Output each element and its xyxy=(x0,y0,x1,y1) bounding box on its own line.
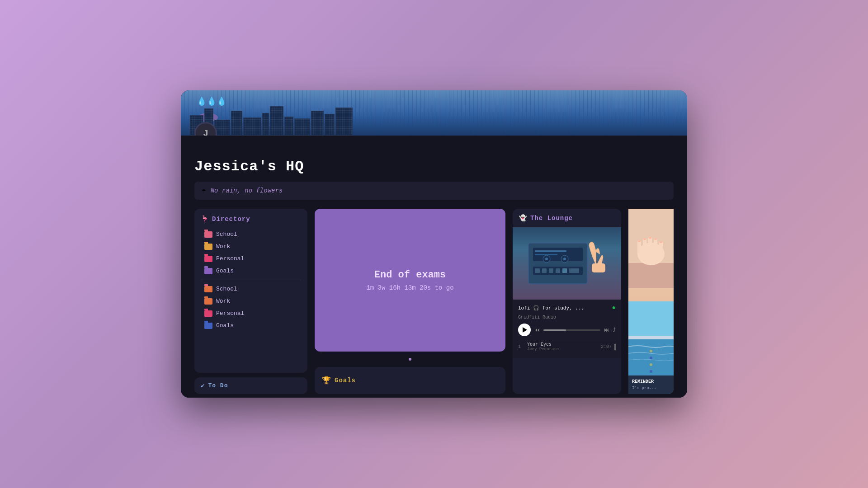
directory-panel: 🦩 Directory School Work Personal xyxy=(194,209,307,373)
directory-flamingo-icon: 🦩 xyxy=(201,215,208,223)
svg-point-27 xyxy=(638,240,641,242)
svg-rect-13 xyxy=(569,268,579,273)
sidebar-item-personal1[interactable]: Personal xyxy=(201,253,301,265)
svg-rect-8 xyxy=(535,268,540,273)
reminder-text: I'm pro... xyxy=(632,386,670,390)
svg-rect-6 xyxy=(535,254,557,255)
progress-bar[interactable] xyxy=(543,329,600,331)
sidebar-item-label-personal2: Personal xyxy=(216,310,244,317)
track-playing-indicator xyxy=(614,344,616,350)
countdown-panel: End of exams 1m 3w 16h 13m 20s to go xyxy=(315,209,505,352)
sidebar-item-school2[interactable]: School xyxy=(201,283,301,295)
pool-scene-art xyxy=(628,301,674,380)
side-image-bottom: REMINDER I'm pro... xyxy=(628,301,674,394)
svg-point-38 xyxy=(650,370,652,373)
lounge-title: The Lounge xyxy=(530,215,573,222)
play-button[interactable] xyxy=(518,324,531,336)
folder-icon-goals2 xyxy=(204,323,212,329)
track-duration: 2:07 xyxy=(601,344,612,349)
svg-rect-5 xyxy=(535,250,566,252)
tagline-text: No rain, no flowers xyxy=(211,187,283,194)
todo-title: To Do xyxy=(208,382,228,389)
music-player-top: lofi 🎧 for study, ... ● xyxy=(518,304,616,311)
sidebar-item-school1[interactable]: School xyxy=(201,228,301,240)
anime-hand-art xyxy=(628,209,674,288)
share-button[interactable]: ⤴ xyxy=(613,327,616,333)
sidebar-item-label-personal1: Personal xyxy=(216,255,244,262)
directory-title: Directory xyxy=(212,216,250,223)
svg-text:💧💧💧: 💧💧💧 xyxy=(197,96,227,106)
svg-rect-20 xyxy=(628,263,674,288)
folder-icon-goals1 xyxy=(204,268,212,274)
folder-icon-work2 xyxy=(204,298,212,305)
svg-rect-26 xyxy=(659,241,663,256)
goals-panel[interactable]: 🏆 Goals xyxy=(315,367,505,394)
svg-rect-22 xyxy=(637,240,641,256)
svg-point-37 xyxy=(650,363,652,366)
spotify-icon: ● xyxy=(612,304,616,311)
svg-point-29 xyxy=(649,237,651,239)
tagline-emoji: ☂️ xyxy=(202,186,206,195)
sidebar-item-personal2[interactable]: Personal xyxy=(201,307,301,319)
folder-icon-personal2 xyxy=(204,310,212,317)
left-column: 🦩 Directory School Work Personal xyxy=(194,209,307,394)
middle-column: End of exams 1m 3w 16h 13m 20s to go 🏆 G… xyxy=(315,209,505,394)
next-button[interactable]: ⏭ xyxy=(604,327,609,333)
goals-title: Goals xyxy=(335,377,356,384)
svg-rect-25 xyxy=(654,238,657,256)
progress-fill xyxy=(543,329,566,331)
folder-icon-work1 xyxy=(204,244,212,250)
sidebar-item-goals1[interactable]: Goals xyxy=(201,265,301,277)
lounge-header: 👻 The Lounge xyxy=(513,209,621,227)
lounge-panel: 👻 The Lounge xyxy=(513,209,621,394)
play-icon xyxy=(523,327,527,333)
right-column: 👻 The Lounge xyxy=(513,209,621,394)
side-image-top xyxy=(628,209,674,301)
sidebar-item-label-work1: Work xyxy=(216,243,230,250)
countdown-title: End of exams xyxy=(374,269,446,281)
svg-rect-34 xyxy=(628,336,674,339)
banner: 💧💧💧 J xyxy=(181,90,687,136)
lounge-image xyxy=(513,227,621,300)
countdown-time: 1m 3w 16h 13m 20s to go xyxy=(366,284,453,291)
svg-rect-11 xyxy=(556,268,560,273)
goals-trophy-icon: 🏆 xyxy=(322,376,331,385)
svg-point-36 xyxy=(650,357,652,359)
track-artist: Joey Pecoraro xyxy=(527,347,601,352)
music-track-title: lofi 🎧 for study, ... xyxy=(518,305,584,311)
tagline-bar: ☂️ No rain, no flowers xyxy=(194,182,674,200)
svg-rect-24 xyxy=(648,237,652,256)
sidebar-item-label-goals1: Goals xyxy=(216,267,234,274)
music-subtitle: Gridfiti Radio xyxy=(518,315,616,320)
svg-rect-9 xyxy=(542,268,547,273)
directory-divider xyxy=(201,280,301,280)
app-window: 💧💧💧 J Jessica's HQ xyxy=(181,90,687,398)
sidebar-item-label-goals2: Goals xyxy=(216,322,234,329)
reminder-overlay: REMINDER I'm pro... xyxy=(628,375,674,394)
content-area: Jessica's HQ ☂️ No rain, no flowers 🦩 Di… xyxy=(181,136,687,398)
music-player: lofi 🎧 for study, ... ● Gridfiti Radio ⏮ xyxy=(513,300,621,358)
svg-point-31 xyxy=(660,241,662,243)
svg-rect-18 xyxy=(592,263,605,272)
folder-icon-personal1 xyxy=(204,256,212,262)
svg-rect-12 xyxy=(562,268,567,273)
svg-point-30 xyxy=(654,238,657,240)
sidebar-item-goals2[interactable]: Goals xyxy=(201,319,301,332)
lounge-ghost-icon: 👻 xyxy=(519,214,527,222)
sidebar-item-work1[interactable]: Work xyxy=(201,240,301,253)
folder-icon-school1 xyxy=(204,231,212,238)
cassette-player-art xyxy=(524,234,610,293)
todo-panel[interactable]: ✔ To Do xyxy=(194,377,307,394)
directory-header: 🦩 Directory xyxy=(201,215,301,223)
sidebar-item-work2[interactable]: Work xyxy=(201,295,301,307)
track-number: 1 xyxy=(518,344,524,349)
svg-point-17 xyxy=(563,258,566,260)
svg-point-15 xyxy=(545,258,548,260)
music-controls: ⏮ ⏭ ⤴ xyxy=(518,324,616,336)
todo-checkbox-icon: ✔ xyxy=(201,382,204,389)
track-info: Your Eyes Joey Pecoraro xyxy=(527,342,601,352)
folder-icon-school2 xyxy=(204,286,212,292)
scroll-indicator xyxy=(315,356,505,362)
prev-button[interactable]: ⏮ xyxy=(534,327,540,333)
far-right-column: REMINDER I'm pro... xyxy=(628,209,674,394)
